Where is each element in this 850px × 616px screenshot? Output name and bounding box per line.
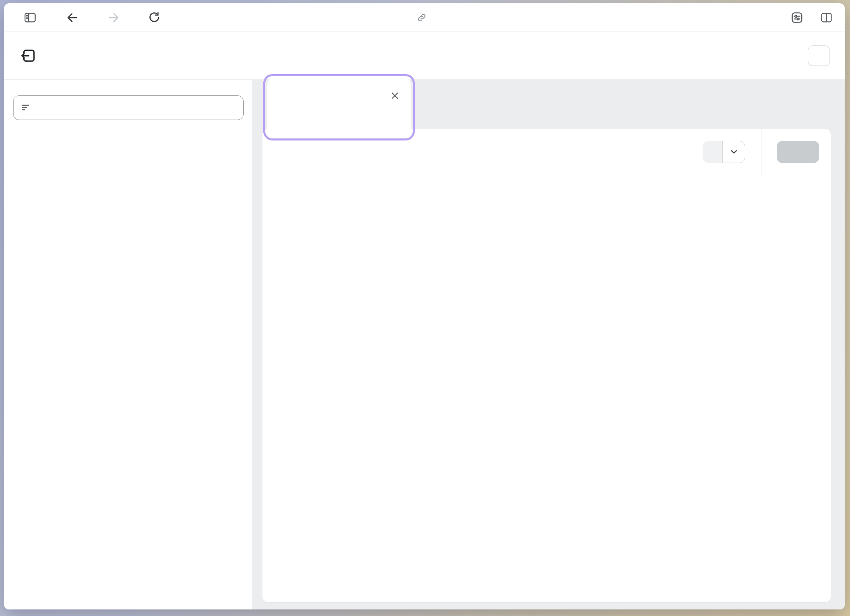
app-header bbox=[4, 32, 845, 80]
tab-highlight-ring bbox=[263, 74, 415, 140]
sidebar-toggle-icon[interactable] bbox=[23, 11, 37, 24]
chevron-down-icon bbox=[731, 150, 737, 154]
split-view-icon[interactable] bbox=[820, 11, 833, 24]
toolbar-actions bbox=[703, 129, 819, 175]
save-button[interactable] bbox=[777, 141, 819, 163]
exit-icon bbox=[20, 47, 37, 64]
back-button-icon[interactable] bbox=[66, 11, 79, 25]
address-bar[interactable] bbox=[416, 12, 433, 23]
tab-layout-theme-liquid[interactable] bbox=[267, 78, 411, 136]
format-liquid-split-button bbox=[703, 141, 745, 163]
code-editor[interactable] bbox=[262, 176, 831, 602]
preview-store-button[interactable] bbox=[808, 45, 830, 66]
format-liquid-button[interactable] bbox=[703, 141, 722, 163]
reload-button-icon[interactable] bbox=[147, 11, 161, 24]
exit-editor-button[interactable] bbox=[20, 47, 37, 64]
desktop-background bbox=[0, 0, 850, 616]
format-liquid-dropdown[interactable] bbox=[722, 141, 745, 163]
filter-icon bbox=[21, 103, 31, 113]
tab-close-icon[interactable] bbox=[391, 91, 398, 101]
editor-card bbox=[262, 129, 831, 602]
toolbar-divider bbox=[762, 129, 762, 175]
browser-settings-icon[interactable] bbox=[790, 11, 804, 24]
link-icon bbox=[416, 12, 427, 23]
content-area bbox=[4, 80, 845, 609]
editor-main bbox=[252, 80, 845, 609]
browser-toolbar bbox=[4, 3, 845, 32]
file-search-input[interactable] bbox=[13, 95, 244, 120]
browser-window bbox=[4, 3, 845, 609]
file-tree-sidebar bbox=[4, 80, 252, 609]
forward-button-icon[interactable] bbox=[106, 11, 120, 25]
